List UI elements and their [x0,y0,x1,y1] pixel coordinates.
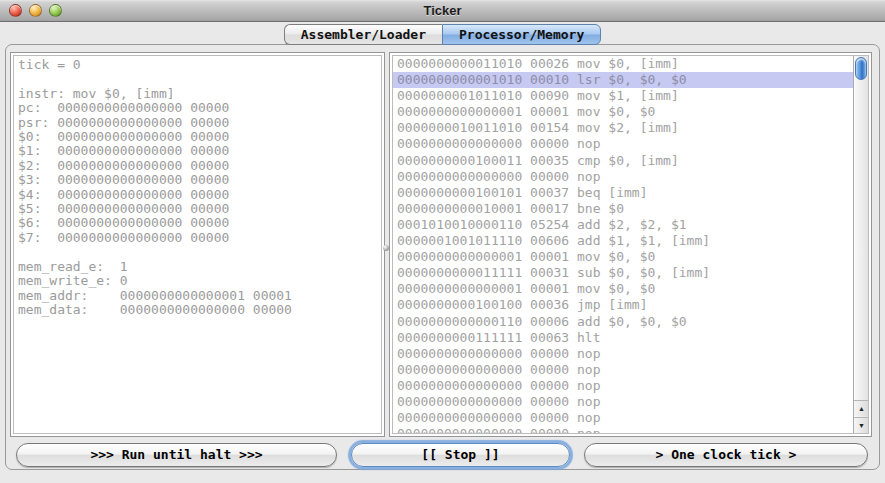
memory-row[interactable]: 0000000001011010 00090 mov $1, [imm] [393,88,853,104]
memory-row[interactable]: 0000001001011110 00606 add $1, $1, [imm] [393,233,853,249]
scrollbar[interactable]: ▲ ▼ [853,56,868,433]
processor-state-text: tick = 0 instr: mov $0, [imm] pc: 000000… [14,56,381,317]
memory-row[interactable]: 0000000000000000 00000 nop [393,394,853,410]
scrollbar-thumb[interactable] [855,57,867,80]
scroll-down-icon[interactable]: ▼ [854,417,869,433]
memory-row[interactable]: 0000000000011010 00026 mov $0, [imm] [393,56,853,72]
memory-row[interactable]: 0000000000100101 00037 beq [imm] [393,185,853,201]
memory-row[interactable]: 0000000010011010 00154 mov $2, [imm] [393,120,853,136]
memory-row[interactable]: 0000000000000000 00000 nop [393,410,853,426]
tab-bar: Assembler/Loader Processor/Memory [0,24,885,45]
memory-row[interactable]: 0000000000000000 00000 nop [393,378,853,394]
memory-row[interactable]: 0000000000000001 00001 mov $0, $0 [393,249,853,265]
memory-row[interactable]: 0000000000111111 00063 hlt [393,330,853,346]
memory-row[interactable]: 0000000000100100 00036 jmp [imm] [393,297,853,313]
stop-button[interactable]: [[ Stop ]] [351,443,570,467]
memory-row[interactable]: 0000000000000000 00000 nop [393,136,853,152]
memory-panel: 0000000000011010 00026 mov $0, [imm]0000… [389,52,872,437]
memory-row[interactable]: 0000000000000000 00000 nop [393,426,853,433]
tab-assembler-loader[interactable]: Assembler/Loader [284,24,442,45]
memory-row[interactable]: 0000000000000001 00001 mov $0, $0 [393,281,853,297]
one-clock-tick-button[interactable]: > One clock tick > [584,443,868,467]
memory-row[interactable]: 0001010010000110 05254 add $2, $2, $1 [393,217,853,233]
scroll-up-icon[interactable]: ▲ [854,400,869,416]
memory-list[interactable]: 0000000000011010 00026 mov $0, [imm]0000… [393,56,853,433]
run-until-halt-button[interactable]: >>> Run until halt >>> [16,443,337,467]
tab-processor-memory[interactable]: Processor/Memory [442,24,601,45]
memory-row[interactable]: 0000000000001010 00010 lsr $0, $0, $0 [393,72,853,88]
app-window: { "window": { "title": "Ticker" }, "tabs… [0,0,885,483]
processor-state-panel: tick = 0 instr: mov $0, [imm] pc: 000000… [10,52,385,437]
title-bar: Ticker [0,0,885,22]
memory-row[interactable]: 0000000000100011 00035 cmp $0, [imm] [393,153,853,169]
memory-row[interactable]: 0000000000000001 00001 mov $0, $0 [393,104,853,120]
memory-row[interactable]: 0000000000000000 00000 nop [393,169,853,185]
memory-row[interactable]: 0000000000011111 00031 sub $0, $0, [imm] [393,265,853,281]
memory-row[interactable]: 0000000000010001 00017 bne $0 [393,201,853,217]
memory-row[interactable]: 0000000000000110 00006 add $0, $0, $0 [393,314,853,330]
window-title: Ticker [0,3,885,18]
memory-row[interactable]: 0000000000000000 00000 nop [393,362,853,378]
memory-row[interactable]: 0000000000000000 00000 nop [393,346,853,362]
